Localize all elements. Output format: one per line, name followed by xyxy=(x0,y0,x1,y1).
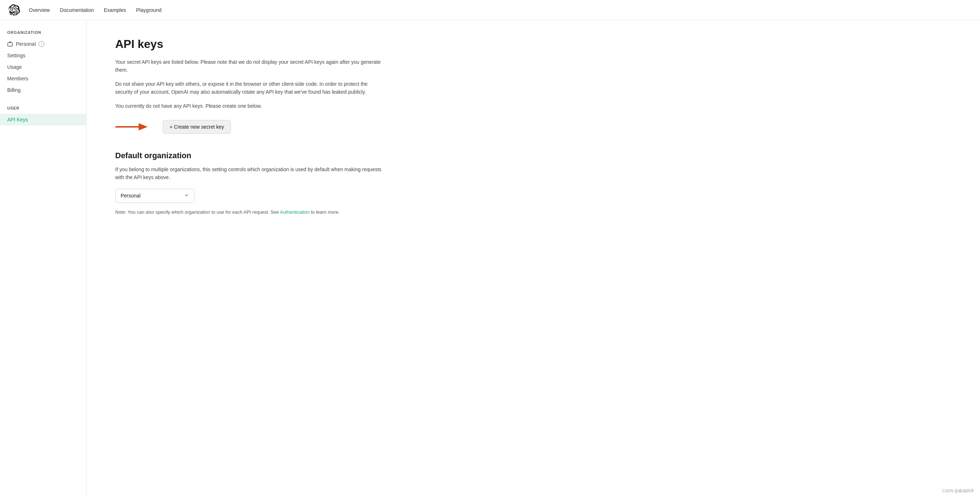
sidebar-item-settings[interactable]: Settings xyxy=(0,50,86,61)
user-section-label: USER xyxy=(0,106,86,114)
settings-label: Settings xyxy=(7,53,25,58)
note-text: Note: You can also specify which organiz… xyxy=(115,209,382,216)
nav-playground[interactable]: Playground xyxy=(136,7,162,13)
sidebar-item-billing[interactable]: Billing xyxy=(0,84,86,96)
layout: ORGANIZATION Personal i Settings Usage M… xyxy=(0,20,980,498)
org-select[interactable]: Personal xyxy=(115,189,194,203)
create-key-section: + Create new secret key xyxy=(115,120,382,134)
sidebar-item-members[interactable]: Members xyxy=(0,73,86,84)
sidebar: ORGANIZATION Personal i Settings Usage M… xyxy=(0,20,86,498)
topnav: Overview Documentation Examples Playgrou… xyxy=(0,0,980,20)
api-keys-label: API Keys xyxy=(7,117,28,123)
create-new-secret-key-button[interactable]: + Create new secret key xyxy=(163,120,231,134)
topnav-links: Overview Documentation Examples Playgrou… xyxy=(29,7,162,13)
usage-label: Usage xyxy=(7,64,22,70)
briefcase-icon xyxy=(7,41,13,47)
info-icon[interactable]: i xyxy=(38,41,44,47)
page-title: API keys xyxy=(115,37,382,51)
openai-logo xyxy=(9,4,20,16)
chevron-down-icon xyxy=(184,193,189,199)
footer-watermark: CSDN @春福同学 xyxy=(942,488,974,494)
main-content: API keys Your secret API keys are listed… xyxy=(86,20,410,498)
sidebar-item-personal[interactable]: Personal i xyxy=(0,38,86,50)
default-org-title: Default organization xyxy=(115,151,382,160)
description-2: Do not share your API key with others, o… xyxy=(115,80,382,96)
nav-overview[interactable]: Overview xyxy=(29,7,50,13)
description-1: Your secret API keys are listed below. P… xyxy=(115,58,382,74)
authentication-link[interactable]: Authentication xyxy=(280,209,309,215)
create-key-btn-label: + Create new secret key xyxy=(170,124,224,130)
org-select-value: Personal xyxy=(121,193,140,198)
note-suffix: to learn more. xyxy=(310,209,340,215)
members-label: Members xyxy=(7,76,28,81)
sidebar-item-usage[interactable]: Usage xyxy=(0,61,86,73)
org-select-wrapper: Personal xyxy=(115,189,382,203)
org-section-label: ORGANIZATION xyxy=(0,30,86,38)
description-3: You currently do not have any API keys. … xyxy=(115,102,382,110)
arrow-pointer xyxy=(115,120,151,133)
personal-label: Personal xyxy=(16,41,36,47)
sidebar-item-api-keys[interactable]: API Keys xyxy=(0,114,86,125)
svg-rect-0 xyxy=(8,43,12,46)
billing-label: Billing xyxy=(7,87,21,93)
note-prefix: Note: You can also specify which organiz… xyxy=(115,209,280,215)
nav-documentation[interactable]: Documentation xyxy=(60,7,94,13)
default-org-description: If you belong to multiple organizations,… xyxy=(115,165,382,182)
nav-examples[interactable]: Examples xyxy=(104,7,126,13)
